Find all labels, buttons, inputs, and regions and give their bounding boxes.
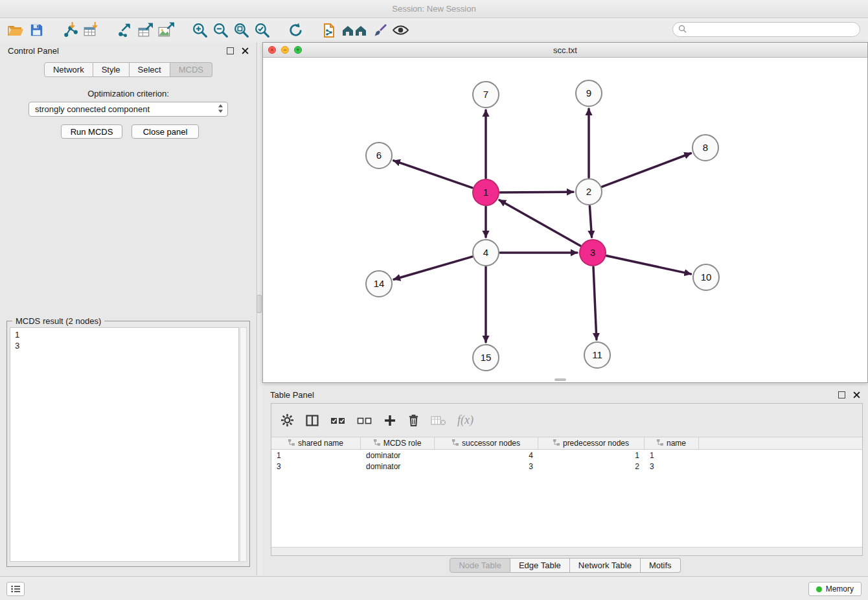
column-header-MCDS-role[interactable]: MCDS role	[361, 437, 435, 449]
table-header-row: shared nameMCDS rolesuccessor nodesprede…	[271, 437, 862, 450]
graph-edge-2-3[interactable]	[589, 206, 591, 237]
column-layout-icon[interactable]	[305, 413, 319, 428]
zoom-out-icon[interactable]	[210, 20, 231, 41]
dropdown-stepper-icon	[218, 104, 223, 115]
result-item[interactable]: 3	[15, 340, 234, 351]
column-header-name[interactable]: name	[645, 437, 699, 449]
export-image-icon[interactable]	[155, 20, 176, 41]
show-hide-icon[interactable]	[390, 20, 411, 41]
delete-table-icon[interactable]	[431, 415, 446, 426]
maximize-window-icon[interactable]: +	[294, 46, 302, 54]
gear-icon[interactable]	[280, 413, 294, 427]
close-panel-icon[interactable]	[241, 47, 249, 54]
tab-network[interactable]: Network	[44, 62, 93, 77]
table-cell: 3	[435, 462, 538, 471]
table-panel-header: Table Panel	[262, 386, 868, 403]
table-hscrollbar[interactable]	[271, 547, 862, 555]
svg-text:7: 7	[483, 89, 488, 100]
tab-motifs[interactable]: Motifs	[641, 558, 681, 573]
import-table-icon[interactable]	[80, 20, 101, 41]
graph-node-10[interactable]: 10	[693, 264, 719, 290]
result-scrollbar[interactable]	[240, 327, 247, 562]
network-window-titlebar[interactable]: scc.txt × − +	[263, 43, 867, 58]
graph-node-11[interactable]: 11	[584, 342, 610, 368]
search-input[interactable]	[690, 25, 854, 34]
deselect-all-icon[interactable]	[357, 415, 372, 426]
graph-edge-3-11[interactable]	[593, 267, 597, 340]
column-header-filler	[699, 437, 862, 449]
clipboard-network-icon[interactable]	[319, 20, 339, 41]
graph-edge-3-1[interactable]	[499, 200, 580, 246]
tab-mcds[interactable]: MCDS	[170, 62, 212, 77]
graph-edge-1-2[interactable]	[500, 192, 573, 192]
search-field[interactable]	[672, 22, 860, 37]
zoom-fit-icon[interactable]	[231, 20, 251, 41]
add-column-icon[interactable]	[383, 414, 396, 427]
sort-tree-icon	[288, 439, 295, 448]
select-all-icon[interactable]	[330, 415, 346, 426]
tab-style[interactable]: Style	[93, 62, 130, 77]
svg-text:11: 11	[592, 349, 602, 360]
delete-column-icon[interactable]	[407, 413, 420, 427]
graph-edge-1-6[interactable]	[394, 161, 473, 188]
graph-node-3[interactable]: 3	[580, 240, 606, 266]
graph-node-2[interactable]: 2	[576, 179, 602, 205]
panel-splitter-handle[interactable]	[257, 295, 262, 313]
memory-label: Memory	[826, 584, 854, 594]
tab-edge-table[interactable]: Edge Table	[510, 558, 570, 573]
graph-node-1[interactable]: 1	[473, 179, 499, 205]
graph-node-15[interactable]: 15	[473, 345, 499, 371]
graph-node-14[interactable]: 14	[366, 271, 392, 297]
mcds-result-list: 13	[10, 327, 239, 562]
table-body: 1dominator4113dominator323	[271, 450, 862, 472]
apply-style-icon[interactable]	[369, 20, 390, 41]
criterion-dropdown[interactable]: strongly connected component	[29, 102, 228, 117]
svg-text:3: 3	[590, 247, 595, 258]
graph-edge-2-8[interactable]	[602, 154, 691, 187]
tab-node-table[interactable]: Node Table	[450, 558, 510, 573]
network-canvas[interactable]: 1234678910111415	[263, 58, 867, 382]
graph-node-4[interactable]: 4	[473, 240, 499, 266]
graph-node-8[interactable]: 8	[692, 135, 718, 161]
graph-node-6[interactable]: 6	[366, 143, 392, 168]
column-header-successor-nodes[interactable]: successor nodes	[435, 437, 538, 449]
column-header-predecessor-nodes[interactable]: predecessor nodes	[538, 437, 645, 449]
close-window-icon[interactable]: ×	[268, 46, 276, 54]
minimize-window-icon[interactable]: −	[281, 46, 289, 54]
save-session-icon[interactable]	[26, 20, 47, 41]
ndex-homes-icon[interactable]	[339, 20, 369, 41]
table-row[interactable]: 1dominator411	[271, 450, 862, 461]
import-network-icon[interactable]	[60, 20, 80, 41]
table-row[interactable]: 3dominator323	[271, 461, 862, 472]
column-header-shared-name[interactable]: shared name	[271, 437, 361, 449]
close-panel-button[interactable]: Close panel	[131, 124, 199, 139]
graph-node-9[interactable]: 9	[576, 80, 602, 106]
tab-network-table[interactable]: Network Table	[570, 558, 641, 573]
refresh-layout-icon[interactable]	[285, 20, 306, 41]
export-network-icon[interactable]	[114, 20, 135, 41]
zoom-in-icon[interactable]	[189, 20, 210, 41]
criterion-dropdown-value: strongly connected component	[35, 104, 218, 114]
float-panel-icon[interactable]	[227, 47, 234, 54]
main-toolbar	[0, 18, 868, 42]
graph-node-7[interactable]: 7	[473, 82, 499, 108]
table-cell: dominator	[361, 451, 435, 460]
open-session-icon[interactable]	[5, 20, 26, 41]
svg-text:1: 1	[483, 187, 488, 198]
sort-tree-icon	[374, 439, 380, 448]
horizontal-scrollbar-thumb[interactable]	[554, 378, 566, 381]
graph-edge-3-10[interactable]	[607, 256, 691, 274]
memory-button[interactable]: Memory	[808, 582, 862, 596]
close-table-panel-icon[interactable]	[852, 391, 860, 398]
optimization-criterion-label: Optimization criterion:	[0, 89, 257, 98]
function-builder-icon[interactable]: f(x)	[457, 413, 474, 427]
result-item[interactable]: 1	[15, 329, 234, 340]
tab-select[interactable]: Select	[130, 62, 170, 77]
zoom-selected-icon[interactable]	[251, 20, 272, 41]
export-table-icon[interactable]	[135, 20, 155, 41]
float-table-panel-icon[interactable]	[838, 391, 845, 398]
task-history-button[interactable]	[6, 582, 25, 596]
network-graph[interactable]: 1234678910111415	[263, 58, 867, 382]
graph-edge-4-14[interactable]	[394, 257, 472, 279]
run-mcds-button[interactable]: Run MCDS	[61, 124, 122, 139]
